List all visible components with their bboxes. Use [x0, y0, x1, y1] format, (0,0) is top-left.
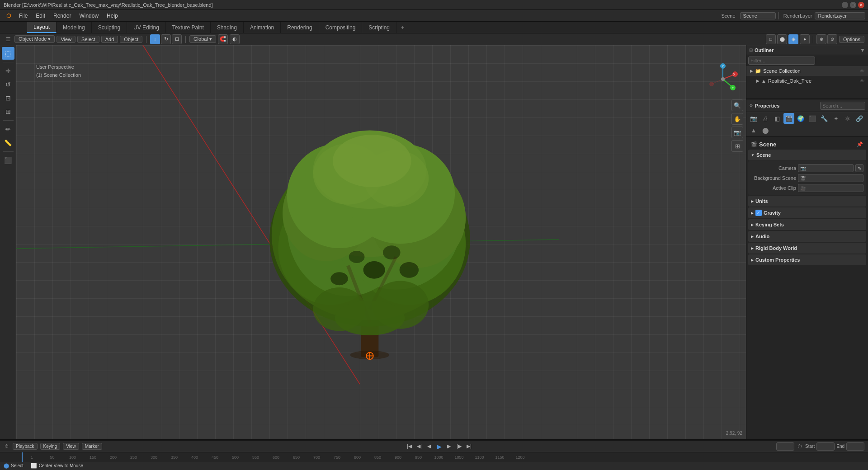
play-jump-start[interactable]: |◀: [405, 442, 414, 451]
marker-menu[interactable]: Marker: [82, 443, 102, 450]
toolbar-toggle[interactable]: ☰: [4, 35, 13, 44]
visibility-icon2[interactable]: 👁: [860, 79, 864, 84]
rotate-icon[interactable]: ↻: [161, 34, 171, 44]
ortho-view-btn[interactable]: ⊞: [731, 140, 743, 152]
outliner-search[interactable]: [748, 56, 815, 65]
minimize-button[interactable]: _: [842, 2, 848, 8]
scene-section-header[interactable]: ▼ Scene: [748, 150, 866, 160]
prop-tab-material[interactable]: ⬤: [760, 125, 771, 136]
prop-tab-output[interactable]: 🖨: [760, 113, 771, 124]
tab-scripting[interactable]: Scripting: [362, 22, 396, 33]
prop-tab-viewlayer[interactable]: ◧: [772, 113, 783, 124]
tool-transform[interactable]: ⊞: [2, 105, 14, 118]
add-menu[interactable]: Add: [101, 36, 118, 43]
props-pin[interactable]: 📌: [856, 141, 863, 148]
prop-tab-constraints[interactable]: 🔗: [854, 113, 865, 124]
tool-add-cube[interactable]: ⬛: [2, 154, 14, 167]
prop-tab-render[interactable]: 📷: [748, 113, 759, 124]
search-viewport-btn[interactable]: 🔍: [731, 99, 743, 111]
visibility-icon[interactable]: 👁: [860, 69, 864, 74]
falloff-icon[interactable]: ◐: [230, 34, 240, 44]
scale-icon[interactable]: ⊡: [172, 34, 182, 44]
tab-compositing[interactable]: Compositing: [319, 22, 363, 33]
tool-select[interactable]: ⬚: [2, 47, 14, 60]
object-menu[interactable]: Object: [120, 36, 142, 43]
play-prev-frame[interactable]: ◀: [425, 442, 434, 451]
tab-modeling[interactable]: Modeling: [57, 22, 92, 33]
prop-tab-object[interactable]: ⬛: [807, 113, 818, 124]
units-section-header[interactable]: ▶ Units: [748, 196, 866, 207]
viewport-shading-render[interactable]: ●: [800, 34, 810, 44]
tab-rendering[interactable]: Rendering: [281, 22, 319, 33]
grab-btn[interactable]: ✋: [731, 113, 743, 125]
gizmo-btn[interactable]: ⊕: [816, 34, 826, 44]
maximize-button[interactable]: □: [850, 2, 856, 8]
prop-tab-world[interactable]: 🌍: [795, 113, 806, 124]
menu-help[interactable]: Help: [103, 12, 122, 20]
keying-section-header[interactable]: ▶ Keying Sets: [748, 219, 866, 230]
tree-item[interactable]: ▶ ▲ Realistic_Oak_Tree 👁: [753, 76, 868, 86]
menu-window[interactable]: Window: [75, 12, 102, 20]
rigid-section-header[interactable]: ▶ Rigid Body World: [748, 243, 866, 254]
playback-menu[interactable]: Playback: [13, 443, 38, 450]
scene-collection-item[interactable]: ▶ 📁 Scene Collection 👁: [746, 66, 868, 76]
frame-end-input[interactable]: 250: [846, 442, 864, 451]
tab-add[interactable]: +: [396, 22, 409, 33]
current-frame[interactable]: 1: [776, 442, 794, 451]
play-prev-keyframe[interactable]: ◀|: [415, 442, 424, 451]
tool-move[interactable]: ✛: [2, 65, 14, 77]
camera-view-btn[interactable]: 📷: [731, 127, 743, 138]
menu-edit[interactable]: Edit: [32, 12, 49, 20]
custom-section-header[interactable]: ▶ Custom Properties: [748, 254, 866, 265]
audio-section-header[interactable]: ▶ Audio: [748, 231, 866, 242]
transform-global[interactable]: Global ▾: [189, 35, 216, 43]
blender-logo[interactable]: ⬡: [3, 12, 14, 20]
options-btn[interactable]: Options: [839, 36, 864, 43]
snap-icon[interactable]: 🧲: [218, 34, 228, 44]
play-jump-end[interactable]: ▶|: [464, 442, 473, 451]
menu-render[interactable]: Render: [50, 12, 75, 20]
tool-rotate[interactable]: ↺: [2, 78, 14, 91]
viewport-view-menu[interactable]: View: [57, 36, 75, 43]
tool-annotate[interactable]: ✏: [2, 123, 14, 136]
gravity-checkbox[interactable]: ✓: [755, 210, 762, 216]
tool-scale[interactable]: ⊡: [2, 92, 14, 104]
scene-field[interactable]: Scene: [740, 12, 776, 19]
menu-file[interactable]: File: [15, 12, 31, 20]
tab-sculpting[interactable]: Sculpting: [92, 22, 127, 33]
tab-animation[interactable]: Animation: [244, 22, 281, 33]
prop-tab-data[interactable]: ▲: [748, 125, 759, 136]
tab-texture-paint[interactable]: Texture Paint: [166, 22, 211, 33]
prop-tab-particles[interactable]: ✦: [830, 113, 841, 124]
play-next-frame[interactable]: ▶: [444, 442, 453, 451]
keying-menu[interactable]: Keying: [40, 443, 61, 450]
viewport-shading-solid[interactable]: ⬤: [777, 34, 787, 44]
frame-start-input[interactable]: 1: [816, 442, 835, 451]
bg-scene-field[interactable]: 🎬: [798, 174, 863, 182]
outliner-filter[interactable]: ▼: [860, 47, 865, 53]
timeline-view-menu[interactable]: View: [63, 443, 79, 450]
overlay-btn[interactable]: ⊘: [827, 34, 837, 44]
camera-field[interactable]: 📷: [798, 164, 854, 172]
prop-tab-modifier[interactable]: 🔧: [819, 113, 830, 124]
select-menu[interactable]: Select: [77, 36, 99, 43]
active-clip-field[interactable]: 🎥: [798, 184, 863, 192]
viewport-shading-wire[interactable]: □: [766, 34, 776, 44]
close-button[interactable]: ✕: [858, 2, 864, 8]
tab-uv-editing[interactable]: UV Editing: [127, 22, 166, 33]
props-search[interactable]: [820, 102, 865, 110]
prop-tab-scene[interactable]: 🎬: [783, 113, 794, 124]
gravity-section-header[interactable]: ▶ ✓ Gravity: [748, 207, 866, 218]
nav-gizmo[interactable]: X Y Z: [707, 63, 739, 95]
viewport[interactable]: User Perspective (1) Scene Collection X …: [16, 45, 746, 439]
camera-new-btn[interactable]: ✎: [855, 164, 863, 172]
transform-icon[interactable]: ↕: [150, 34, 160, 44]
prop-tab-physics[interactable]: ⚛: [842, 113, 853, 124]
play-pause[interactable]: ▶: [434, 442, 443, 451]
timeline-icon[interactable]: ⏱: [4, 444, 10, 449]
tool-measure[interactable]: 📏: [2, 136, 14, 149]
viewport-shading-material[interactable]: ◉: [788, 34, 798, 44]
mode-selector[interactable]: Object Mode ▾: [14, 35, 55, 43]
tab-shading[interactable]: Shading: [211, 22, 244, 33]
tab-layout[interactable]: Layout: [27, 22, 57, 33]
